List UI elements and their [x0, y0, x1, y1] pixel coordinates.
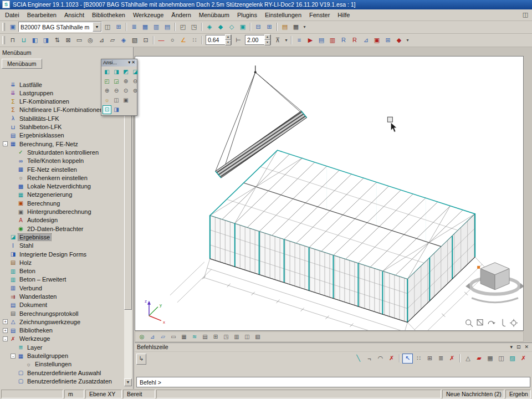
toolbar-icon[interactable]: ╲: [353, 354, 364, 364]
toolbar-icon[interactable]: ⊞: [211, 332, 221, 341]
tree-item[interactable]: ▣Berechnung: [1, 199, 124, 207]
toolbar-icon[interactable]: ▤: [279, 22, 290, 32]
toolbar-icon[interactable]: ▣: [121, 96, 130, 105]
3d-viewport-canvas[interactable]: z x y: [135, 57, 523, 330]
tree-expander-minus[interactable]: -: [3, 336, 8, 341]
menu-right-panel-icon[interactable]: ◫: [520, 9, 531, 20]
toolbar-icon[interactable]: ¬: [364, 354, 375, 364]
toolbar-icon[interactable]: —: [156, 35, 167, 45]
toolbar-icon[interactable]: ⊙: [121, 86, 130, 95]
toolbar-icon[interactable]: ◨: [40, 35, 52, 45]
menu-plugins[interactable]: Plugins: [233, 10, 261, 20]
tree-item[interactable]: ▩Lokale Netzverdichtung: [1, 182, 124, 191]
toolbar-icon[interactable]: ◧: [103, 68, 111, 76]
menu-datei[interactable]: Datei: [1, 10, 23, 20]
toolbar-icon[interactable]: ▤: [162, 22, 173, 32]
tree-expander-minus[interactable]: -: [11, 354, 16, 359]
spinner-buttons[interactable]: ▲▼: [264, 34, 270, 45]
toolbar-icon[interactable]: ▦: [290, 22, 301, 32]
toolbar-icon[interactable]: ▦: [485, 354, 495, 364]
tree-expander-plus[interactable]: +: [3, 328, 8, 333]
tree-item[interactable]: -✗Werkzeuge: [1, 335, 124, 343]
toolbar-icon[interactable]: ⊚: [131, 86, 140, 95]
toolbar-icon[interactable]: ⊡: [103, 105, 111, 114]
toolbar-icon[interactable]: ▭: [168, 332, 178, 341]
toolbar-number-field[interactable]: 2.00▲▼: [245, 35, 271, 45]
toolbar-icon[interactable]: ⊿: [96, 35, 107, 45]
toolbar-icon[interactable]: ≡: [294, 35, 305, 45]
tree-item[interactable]: ▤Dokument: [1, 301, 124, 309]
toolbar-icon[interactable]: ◎: [137, 332, 147, 341]
viewport-corner-tools[interactable]: [466, 319, 518, 327]
toolbar-icon[interactable]: ◲: [112, 77, 121, 86]
toolbar-icon[interactable]: ▱: [158, 332, 168, 341]
tree-item[interactable]: ☼Einstellungen: [1, 360, 124, 369]
toolbar-icon[interactable]: ✗: [447, 354, 457, 364]
tree-item[interactable]: IStahl: [1, 242, 124, 250]
spinner-buttons[interactable]: ▲▼: [225, 34, 231, 45]
toolbar-icon[interactable]: ▰: [474, 354, 484, 364]
tree-item[interactable]: ▣Hintergrundberechnung: [1, 207, 124, 216]
toolbar-icon[interactable]: ⊖: [112, 86, 121, 95]
toolbar-icon[interactable]: ▨: [507, 354, 518, 364]
toolbar-icon[interactable]: ▥: [151, 22, 162, 32]
toolbar-icon[interactable]: ∠: [178, 35, 189, 45]
tree-item[interactable]: ✓Strukturdaten kontrollieren: [1, 148, 124, 156]
toolbar-number-field[interactable]: 0.64▲▼: [206, 35, 232, 45]
toolbar-icon[interactable]: ▤: [316, 35, 327, 45]
toolbar-icon[interactable]: ◈: [118, 35, 129, 45]
menu-menbaum[interactable]: Menübaum: [195, 10, 233, 20]
menu-ansicht[interactable]: Ansicht: [60, 10, 88, 20]
toolbar-icon[interactable]: ▤: [200, 332, 210, 341]
toolbar-icon[interactable]: R: [338, 35, 349, 45]
toolbar-icon[interactable]: ○: [167, 35, 178, 45]
tree-item[interactable]: ▦FE-Netz einstellen: [1, 165, 124, 173]
toolbar-icon[interactable]: ⊔: [18, 35, 29, 45]
close-icon[interactable]: ✕: [523, 345, 530, 350]
tree-item[interactable]: ▢Benutzerdefinierte Zusatzdaten: [1, 377, 124, 385]
chevron-down-icon[interactable]: ▼: [93, 22, 101, 32]
toolbar-icon[interactable]: ◳: [221, 332, 231, 341]
tree-item[interactable]: ▤Berechnungsprotokoll: [1, 309, 124, 318]
tree-item[interactable]: +△Zeichnungswerkzeuge: [1, 318, 124, 326]
toolbar-icon[interactable]: ▥: [232, 332, 242, 341]
spin-down-icon[interactable]: ▼: [225, 40, 231, 45]
toolbar-icon[interactable]: ≣: [129, 22, 140, 32]
toolbar-icon[interactable]: ◆: [393, 35, 405, 45]
spin-up-icon[interactable]: ▲: [225, 34, 231, 40]
toolbar-icon[interactable]: ☼: [103, 96, 111, 105]
toolbar-icon[interactable]: ≣: [436, 354, 446, 364]
toolbar-icon[interactable]: ◫: [242, 332, 252, 341]
toolbar-icon[interactable]: ◫: [496, 354, 507, 364]
toolbar-icon[interactable]: ◰: [103, 77, 111, 86]
toolbar-icon[interactable]: ↖: [402, 354, 413, 364]
menu-ndern[interactable]: Ändern: [167, 10, 195, 20]
toolbar-icon[interactable]: ⊿: [360, 35, 371, 45]
toolbar-icon[interactable]: ▣: [237, 22, 248, 32]
pin-icon[interactable]: ⊡: [515, 345, 522, 350]
toolbar-icon[interactable]: ⊞: [424, 354, 435, 364]
tree-expander-minus[interactable]: -: [3, 141, 8, 146]
toolbar-icon[interactable]: ▾: [405, 35, 411, 45]
tree-item[interactable]: ≣Layer: [1, 343, 124, 351]
new-project-icon[interactable]: ▣: [7, 22, 18, 32]
toolbar-icon[interactable]: ▶: [305, 35, 316, 45]
toolbar-icon[interactable]: ⊡: [140, 35, 151, 45]
tree-item[interactable]: AAutodesign: [1, 216, 124, 224]
tree-item[interactable]: ◪Ergebnisse: [1, 233, 124, 241]
menu-fenster[interactable]: Fenster: [305, 10, 334, 20]
toolbar-icon[interactable]: ◨: [112, 105, 121, 114]
toolbar-icon[interactable]: ◪: [131, 68, 140, 76]
tree-item[interactable]: ☼Rechenkern einstellen: [1, 173, 124, 182]
palette-titlebar[interactable]: Ansi... ▾ ✕: [101, 59, 137, 66]
tree-item[interactable]: ▥Beton – Erweitert: [1, 275, 124, 284]
command-history-icon[interactable]: ↳: [136, 354, 146, 365]
close-icon[interactable]: ✕: [131, 60, 135, 65]
toolbar-icon[interactable]: ◧: [29, 35, 40, 45]
toolbar-icon[interactable]: ▦: [179, 332, 189, 341]
toolbar-icon[interactable]: ◩: [121, 68, 130, 76]
toolbar-icon[interactable]: ▧: [129, 35, 140, 45]
toolbar-icon[interactable]: ✗: [518, 354, 529, 364]
tree-expander-plus[interactable]: +: [3, 319, 8, 324]
toolbar-icon[interactable]: ⊞: [264, 22, 275, 32]
